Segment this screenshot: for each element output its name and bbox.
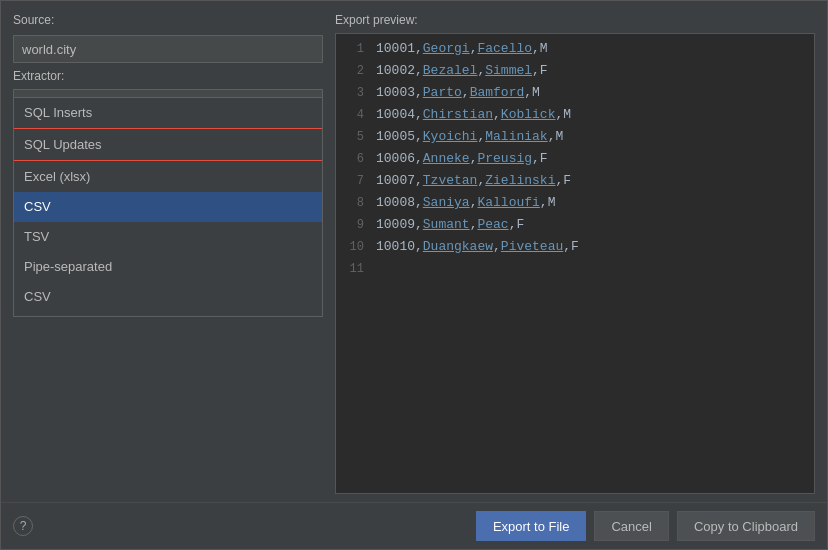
preview-line-7: 7 10007,Tzvetan,Zielinski,F bbox=[336, 170, 814, 192]
line-number-3: 3 bbox=[336, 83, 376, 103]
export-to-file-button[interactable]: Export to File bbox=[476, 511, 587, 541]
preview-line-11: 11 bbox=[336, 258, 814, 280]
preview-label: Export preview: bbox=[335, 13, 815, 27]
line-content-5: 10005,Kyoichi,Maliniak,M bbox=[376, 127, 563, 147]
preview-line-8: 8 10008,Saniya,Kalloufi,M bbox=[336, 192, 814, 214]
dropdown-item-html-groovy[interactable]: HTML (groovy) bbox=[14, 312, 322, 317]
dialog-body: Source: Extractor: CSV SQL Inserts SQL U… bbox=[1, 1, 827, 502]
line-content-9: 10009,Sumant,Peac,F bbox=[376, 215, 524, 235]
line-content-1: 10001,Georgi,Facello,M bbox=[376, 39, 548, 59]
line-number-9: 9 bbox=[336, 215, 376, 235]
line-number-8: 8 bbox=[336, 193, 376, 213]
dropdown-item-excel[interactable]: Excel (xlsx) bbox=[14, 162, 322, 192]
preview-area[interactable]: 1 10001,Georgi,Facello,M 2 10002,Bezalel… bbox=[335, 33, 815, 494]
cancel-button[interactable]: Cancel bbox=[594, 511, 668, 541]
line-content-2: 10002,Bezalel,Simmel,F bbox=[376, 61, 548, 81]
dropdown-item-sql-inserts[interactable]: SQL Inserts bbox=[14, 98, 322, 129]
line-content-4: 10004,Chirstian,Koblick,M bbox=[376, 105, 571, 125]
line-content-8: 10008,Saniya,Kalloufi,M bbox=[376, 193, 555, 213]
preview-line-5: 5 10005,Kyoichi,Maliniak,M bbox=[336, 126, 814, 148]
dropdown-item-csv-selected[interactable]: CSV bbox=[14, 192, 322, 222]
dropdown-item-pipe-separated[interactable]: Pipe-separated bbox=[14, 252, 322, 282]
line-number-6: 6 bbox=[336, 149, 376, 169]
line-number-1: 1 bbox=[336, 39, 376, 59]
preview-line-9: 9 10009,Sumant,Peac,F bbox=[336, 214, 814, 236]
line-number-4: 4 bbox=[336, 105, 376, 125]
dialog-footer: ? Export to File Cancel Copy to Clipboar… bbox=[1, 502, 827, 549]
line-number-7: 7 bbox=[336, 171, 376, 191]
help-button[interactable]: ? bbox=[13, 516, 33, 536]
line-content-10: 10010,Duangkaew,Piveteau,F bbox=[376, 237, 579, 257]
source-label: Source: bbox=[13, 13, 323, 27]
line-content-11 bbox=[376, 259, 384, 279]
line-number-2: 2 bbox=[336, 61, 376, 81]
preview-line-1: 1 10001,Georgi,Facello,M bbox=[336, 38, 814, 60]
extractor-section: Extractor: CSV SQL Inserts SQL Updates E… bbox=[13, 69, 323, 117]
preview-line-3: 3 10003,Parto,Bamford,M bbox=[336, 82, 814, 104]
export-dialog: Source: Extractor: CSV SQL Inserts SQL U… bbox=[0, 0, 828, 550]
line-content-6: 10006,Anneke,Preusig,F bbox=[376, 149, 548, 169]
line-number-10: 10 bbox=[336, 237, 376, 257]
line-number-5: 5 bbox=[336, 127, 376, 147]
left-panel: Source: Extractor: CSV SQL Inserts SQL U… bbox=[13, 13, 323, 494]
preview-line-10: 10 10010,Duangkaew,Piveteau,F bbox=[336, 236, 814, 258]
right-panel: Export preview: 1 10001,Georgi,Facello,M… bbox=[335, 13, 815, 494]
line-content-3: 10003,Parto,Bamford,M bbox=[376, 83, 540, 103]
extractor-dropdown-menu: SQL Inserts SQL Updates Excel (xlsx) CSV… bbox=[13, 97, 323, 317]
dropdown-item-csv2[interactable]: CSV bbox=[14, 282, 322, 312]
extractor-label: Extractor: bbox=[13, 69, 323, 83]
line-content-7: 10007,Tzvetan,Zielinski,F bbox=[376, 171, 571, 191]
preview-line-4: 4 10004,Chirstian,Koblick,M bbox=[336, 104, 814, 126]
source-input[interactable] bbox=[13, 35, 323, 63]
dropdown-item-tsv[interactable]: TSV bbox=[14, 222, 322, 252]
preview-line-2: 2 10002,Bezalel,Simmel,F bbox=[336, 60, 814, 82]
dropdown-item-sql-updates[interactable]: SQL Updates bbox=[14, 130, 322, 161]
preview-line-6: 6 10006,Anneke,Preusig,F bbox=[336, 148, 814, 170]
line-number-11: 11 bbox=[336, 259, 376, 279]
copy-to-clipboard-button[interactable]: Copy to Clipboard bbox=[677, 511, 815, 541]
